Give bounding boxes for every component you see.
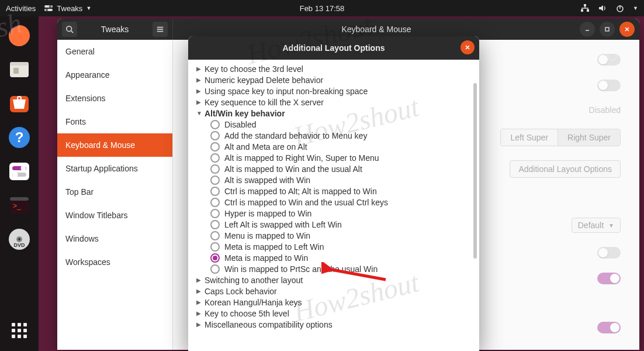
radio-icon <box>210 120 220 129</box>
group-numeric-keypad[interactable]: ▶Numeric keypad Delete behavior <box>194 74 479 85</box>
group-label: Key to choose the 3rd level <box>205 64 303 74</box>
radio-icon <box>210 209 220 218</box>
power-icon[interactable] <box>615 4 625 13</box>
option-add-standard-menu[interactable]: Add the standard behavior to Menu key <box>194 130 479 141</box>
option-label: Menu is mapped to Win <box>224 231 310 240</box>
hamburger-button[interactable] <box>153 22 168 37</box>
activities-label: Activities <box>6 4 36 13</box>
option-alt-right-win[interactable]: Alt is mapped to Right Win, Super to Men… <box>194 152 479 163</box>
clock[interactable]: Feb 13 17:58 <box>300 4 345 13</box>
svg-point-1 <box>49 5 51 8</box>
dock-dvd[interactable]: DVD <box>5 225 34 254</box>
appmenu-button[interactable]: Tweaks ▼ <box>44 4 91 13</box>
search-button[interactable] <box>62 22 77 37</box>
sidebar-item-extensions[interactable]: Extensions <box>57 87 172 110</box>
svg-rect-29 <box>605 27 609 31</box>
option-alt-win-usual[interactable]: Alt is mapped to Win and the usual Alt <box>194 163 479 174</box>
option-meta-left-win[interactable]: Meta is mapped to Left Win <box>194 241 479 252</box>
caret-right-icon: ▶ <box>196 277 202 283</box>
activities-button[interactable]: Activities <box>6 4 36 13</box>
sidebar-item-workspaces[interactable]: Workspaces <box>57 250 172 274</box>
caret-right-icon: ▶ <box>196 66 202 72</box>
option-meta-win[interactable]: Meta is mapped to Win <box>194 252 479 263</box>
svg-point-28 <box>67 26 72 32</box>
dialog-header: Additional Layout Options <box>188 36 479 60</box>
svg-point-26 <box>18 238 20 240</box>
system-menu-caret-icon[interactable]: ▼ <box>633 5 638 11</box>
network-icon[interactable] <box>580 4 590 13</box>
group-5th-level[interactable]: ▶Key to choose 5th level <box>194 308 479 319</box>
show-applications[interactable] <box>5 316 34 345</box>
maximize-button[interactable] <box>600 22 615 37</box>
dock-tweaks[interactable] <box>5 157 34 186</box>
dock-firefox[interactable] <box>5 21 34 50</box>
sidebar: General Appearance Extensions Fonts Keyb… <box>57 40 173 350</box>
sidebar-item-label: Top Bar <box>65 187 94 197</box>
group-caps-lock[interactable]: ▶Caps Lock behavior <box>194 285 479 297</box>
option-label: Disabled <box>224 120 256 129</box>
option-ctrl-alt-alt-win[interactable]: Ctrl is mapped to Alt; Alt is mapped to … <box>194 185 479 197</box>
radio-icon <box>210 153 220 163</box>
sidebar-item-startup[interactable]: Startup Applications <box>57 157 172 180</box>
option-disabled[interactable]: Disabled <box>194 119 479 130</box>
appmenu-caret-icon: ▼ <box>86 5 91 11</box>
sidebar-item-top-bar[interactable]: Top Bar <box>57 180 172 204</box>
group-alt-win[interactable]: ▼Alt/Win key behavior <box>194 108 479 119</box>
svg-rect-16 <box>9 163 29 180</box>
group-space-key[interactable]: ▶Using space key to input non-breaking s… <box>194 85 479 97</box>
svg-rect-11 <box>13 68 19 74</box>
group-switching-layout[interactable]: ▶Switching to another layout <box>194 274 479 285</box>
option-alt-swapped-win[interactable]: Alt is swapped with Win <box>194 174 479 185</box>
option-menu-win[interactable]: Menu is mapped to Win <box>194 230 479 241</box>
group-korean[interactable]: ▶Korean Hangul/Hanja keys <box>194 297 479 308</box>
svg-rect-4 <box>584 4 586 6</box>
group-kill-x[interactable]: ▶Key sequence to kill the X server <box>194 97 479 108</box>
option-hyper-win[interactable]: Hyper is mapped to Win <box>194 208 479 219</box>
group-3rd-level[interactable]: ▶Key to choose the 3rd level <box>194 63 479 74</box>
svg-text:?: ? <box>15 129 24 145</box>
sidebar-item-label: General <box>65 47 95 56</box>
caret-right-icon: ▶ <box>196 310 202 316</box>
sidebar-item-fonts[interactable]: Fonts <box>57 110 172 133</box>
sidebar-item-keyboard-mouse[interactable]: Keyboard & Mouse <box>57 133 172 157</box>
minimize-button[interactable] <box>580 22 595 37</box>
close-button[interactable] <box>619 22 635 37</box>
sidebar-item-label: Keyboard & Mouse <box>65 140 135 150</box>
sidebar-item-window-titlebars[interactable]: Window Titlebars <box>57 204 172 227</box>
caret-right-icon: ▶ <box>196 299 202 305</box>
dialog-close-button[interactable] <box>461 40 475 54</box>
sidebar-item-appearance[interactable]: Appearance <box>57 63 172 87</box>
radio-selected-icon <box>210 253 220 263</box>
dock-software[interactable] <box>5 89 34 118</box>
clock-label: Feb 13 17:58 <box>300 4 345 13</box>
svg-rect-5 <box>581 9 583 12</box>
svg-point-3 <box>46 9 48 11</box>
scrollbar-thumb[interactable] <box>473 83 477 259</box>
window-title: Keyboard & Mouse <box>341 25 411 34</box>
apps-grid-icon <box>12 323 27 338</box>
svg-rect-10 <box>10 62 29 66</box>
sidebar-item-label: Windows <box>65 234 99 243</box>
svg-rect-6 <box>587 9 589 12</box>
option-win-prtsc[interactable]: Win is mapped to PrtSc and the usual Win <box>194 263 479 274</box>
option-ctrl-win-usual[interactable]: Ctrl is mapped to Win and the usual Ctrl… <box>194 197 479 208</box>
radio-icon <box>210 220 220 229</box>
group-label: Using space key to input non-breaking sp… <box>205 87 368 96</box>
tweaks-appmenu-icon <box>44 4 53 13</box>
option-alt-meta-on-alt[interactable]: Alt and Meta are on Alt <box>194 141 479 152</box>
sidebar-item-windows[interactable]: Windows <box>57 227 172 250</box>
group-label: Key to choose 5th level <box>205 309 289 318</box>
volume-icon[interactable] <box>598 4 607 13</box>
dock-help[interactable]: ? <box>5 123 34 152</box>
option-label: Meta is mapped to Win <box>224 253 308 263</box>
sidebar-item-general[interactable]: General <box>57 40 172 63</box>
group-misc-compat[interactable]: ▶Miscellaneous compatibility options <box>194 319 479 330</box>
dialog-body[interactable]: ▶Key to choose the 3rd level ▶Numeric ke… <box>188 60 479 351</box>
option-label: Alt is mapped to Win and the usual Alt <box>224 164 362 174</box>
dock-files[interactable] <box>5 55 34 84</box>
dock-terminal[interactable]: >_ <box>5 191 34 220</box>
group-label: Caps Lock behavior <box>205 287 277 296</box>
svg-rect-22 <box>10 197 29 201</box>
option-left-alt-left-win[interactable]: Left Alt is swapped with Left Win <box>194 219 479 230</box>
sidebar-item-label: Fonts <box>65 117 86 126</box>
